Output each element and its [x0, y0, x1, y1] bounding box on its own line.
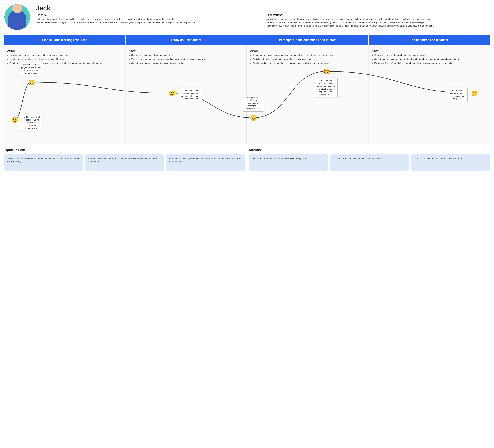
metrics-panel: Metrics: User search frequency and searc… — [249, 148, 490, 171]
expectations-section: Expectations: Jack hopes to find some in… — [266, 13, 490, 27]
action-item: Watch course videos, read relevant mater… — [131, 58, 244, 61]
action-item: Complete course content and take a final… — [374, 54, 487, 57]
opportunities-panel: Oportunities: Provide personalized cours… — [4, 148, 245, 171]
action-item: Earn a certificate of completion or cred… — [374, 62, 487, 65]
action-item: Use the search function to find a course… — [10, 58, 122, 61]
expectations-label: Expectations: — [266, 13, 490, 16]
action-item: Join a course discussion group or forum … — [253, 54, 365, 57]
phase-col-2: Action Join a course discussion group or… — [247, 46, 368, 144]
opportunity-card-0: Provide personalized course recommendati… — [4, 154, 83, 171]
phase-col-3: Action Complete course content and take … — [369, 46, 490, 144]
expectations-text: Jack hopes to find some interesting and … — [266, 18, 490, 27]
phase-col-0: Action Browse online learning platforms … — [4, 46, 125, 144]
action-label-2: Action — [250, 49, 365, 52]
metrics-cards: User search frequency and search result … — [249, 154, 490, 171]
action-list-0: Browse online learning platforms such as… — [7, 54, 122, 65]
metrics-title: Metrics: — [249, 148, 490, 152]
phase-header-2: Participate in the community and interac… — [247, 35, 368, 45]
opportunities-title: Oportunities: — [4, 148, 245, 152]
metric-card-2: Course completion and assignment submiss… — [411, 154, 490, 171]
journey-area: Action Browse online learning platforms … — [4, 46, 490, 144]
phase-header-3: End of course and feedback — [369, 35, 490, 45]
opportunity-card-1: Improve search functionality to allow us… — [85, 154, 164, 171]
action-item: Provide feedback and suggestions to impr… — [253, 62, 365, 65]
action-item: Select and subscribe to the courses of i… — [131, 54, 244, 57]
action-item: Participate in online events such as web… — [253, 58, 365, 61]
action-item: Browse online learning platforms such as… — [10, 54, 122, 57]
persona-name: Jack — [36, 4, 490, 12]
phase-col-1: Action Select and subscribe to the cours… — [126, 46, 247, 144]
action-label-3: Action — [372, 49, 487, 52]
journey-columns: Action Browse online learning platforms … — [4, 46, 490, 144]
header: Jack Scenario: Jack is a college student… — [4, 4, 490, 30]
scenario-section: Scenario: Jack is a college student who … — [36, 13, 259, 27]
action-item: Submit assignments or complete quizzes t… — [131, 62, 244, 65]
phase-headers: Find suitable learning resources Study c… — [4, 35, 490, 45]
persona-info: Jack Scenario: Jack is a college student… — [36, 4, 490, 27]
scenario-label: Scenario: — [36, 13, 259, 16]
opportunities-cards: Provide personalized course recommendati… — [4, 154, 245, 171]
avatar — [4, 4, 30, 30]
action-list-3: Complete course content and take a final… — [372, 54, 487, 65]
action-item: Submit course evaluations and feedback, … — [374, 58, 487, 61]
action-list-2: Join a course discussion group or forum … — [250, 54, 365, 65]
metric-card-0: User search frequency and search result … — [249, 154, 328, 171]
phase-header-1: Study course content — [126, 35, 247, 45]
bottom-section: Oportunities: Provide personalized cours… — [4, 148, 490, 171]
action-item: Read the course descriptions and reviews… — [10, 62, 122, 65]
opportunity-card-2: Increase the credibility and relevance o… — [166, 154, 245, 171]
action-list-1: Select and subscribe to the courses of i… — [129, 54, 244, 65]
action-label-1: Action — [129, 49, 244, 52]
action-label-0: Action — [7, 49, 122, 52]
scenario-text: Jack is a college student who decided to… — [36, 18, 259, 24]
metric-card-1: The number of user views and reviews of … — [330, 154, 409, 171]
phase-header-0: Find suitable learning resources — [4, 35, 125, 45]
